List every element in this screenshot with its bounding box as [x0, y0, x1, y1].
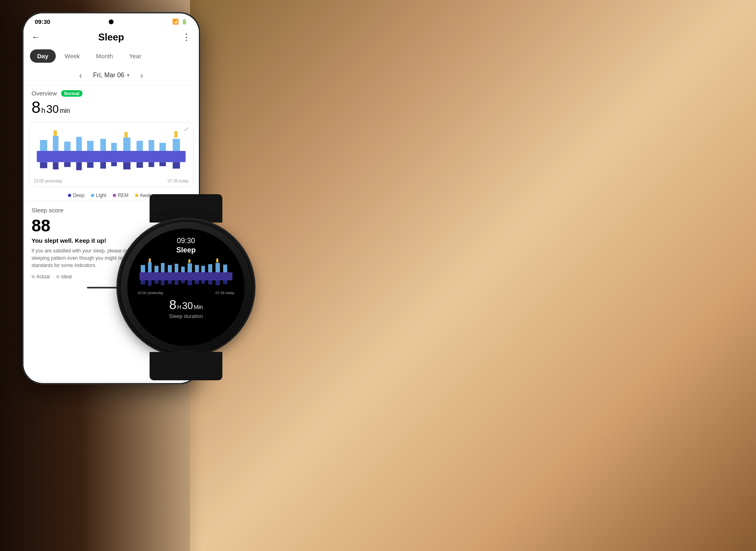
sleep-duration: 8 h 30 min: [32, 98, 191, 117]
watch-outer-shell: 09:30 Sleep: [121, 223, 251, 352]
svg-rect-30: [148, 262, 152, 272]
date-display: Fri, Mar 06 ▾: [93, 72, 129, 79]
score-legend-ideal-label: Ideal: [61, 274, 72, 280]
svg-rect-4: [76, 137, 82, 151]
overview-label-row: Overview Normal: [32, 90, 191, 97]
watch-face: 09:30 Sleep: [127, 229, 245, 346]
tab-bar: Day Week Month Year: [23, 47, 199, 65]
svg-rect-8: [123, 138, 131, 151]
tab-year[interactable]: Year: [122, 49, 148, 63]
next-date-button[interactable]: ›: [136, 69, 148, 81]
svg-rect-14: [125, 132, 128, 138]
sleep-h-label: h: [41, 106, 45, 115]
svg-rect-13: [54, 130, 57, 136]
svg-rect-32: [161, 263, 165, 272]
chart-time-end: 07:36 today: [168, 179, 189, 183]
tab-month[interactable]: Month: [89, 49, 120, 63]
legend-deep-dot: [68, 194, 71, 197]
svg-rect-45: [141, 280, 145, 284]
overview-section: Overview Normal 8 h 30 min: [23, 86, 199, 119]
score-legend-actual-label: Actual: [36, 274, 50, 280]
watch-band-top: [150, 194, 222, 223]
svg-rect-11: [159, 143, 166, 151]
watch-h-label: H: [177, 304, 181, 310]
watch-duration: 8 H 30 Min: [169, 297, 203, 312]
watch-min-label: Min: [194, 304, 203, 310]
tab-day[interactable]: Day: [30, 49, 56, 63]
svg-rect-43: [188, 259, 190, 263]
svg-rect-42: [149, 259, 151, 262]
watch-sub-title: Sleep duration: [169, 313, 203, 319]
svg-rect-52: [188, 280, 192, 285]
svg-rect-9: [137, 141, 143, 151]
band-stripes-top: [150, 194, 222, 223]
svg-rect-38: [201, 266, 205, 272]
watch-hours: 8: [169, 297, 176, 312]
svg-rect-54: [201, 280, 205, 284]
score-legend-ideal-dot: [56, 275, 59, 278]
watch-time: 09:30: [177, 237, 195, 245]
watch-title: Sleep: [176, 246, 196, 254]
svg-rect-57: [223, 280, 227, 284]
watch-time-row: 23:00 yesterday 07:36 today: [137, 291, 234, 295]
tab-week[interactable]: Week: [57, 49, 87, 63]
svg-rect-29: [141, 265, 145, 272]
status-time: 09:30: [35, 18, 50, 25]
expand-chart-button[interactable]: ⤢: [184, 126, 189, 132]
svg-rect-56: [215, 280, 220, 285]
overview-label: Overview: [32, 90, 57, 97]
legend-light: Light: [91, 193, 106, 198]
svg-rect-24: [137, 162, 143, 168]
svg-rect-26: [159, 162, 166, 166]
svg-rect-47: [154, 280, 158, 284]
background-warm: [190, 0, 756, 551]
svg-rect-21: [100, 162, 106, 169]
normal-badge: Normal: [61, 90, 83, 97]
svg-rect-18: [64, 162, 71, 167]
watch-band-bottom: [150, 352, 222, 380]
app-title: Sleep: [98, 32, 124, 43]
score-legend-ideal: Ideal: [56, 274, 72, 280]
svg-rect-55: [208, 280, 212, 284]
svg-rect-44: [216, 259, 218, 263]
sleep-hours: 8: [32, 98, 40, 117]
svg-rect-16: [40, 162, 47, 168]
band-stripes-bottom: [150, 352, 222, 380]
svg-rect-0: [37, 151, 186, 162]
legend-light-label: Light: [96, 193, 106, 198]
svg-rect-53: [195, 280, 199, 284]
svg-rect-19: [76, 162, 82, 170]
watch-mockup: 09:30 Sleep: [121, 194, 251, 380]
svg-rect-17: [53, 162, 59, 170]
app-header: ← Sleep ⋮: [23, 28, 199, 47]
svg-rect-2: [53, 136, 59, 151]
svg-rect-5: [87, 141, 93, 151]
svg-rect-40: [215, 263, 220, 272]
svg-rect-37: [195, 265, 199, 272]
legend-deep-label: Deep: [73, 193, 84, 198]
svg-rect-20: [87, 162, 93, 168]
prev-date-button[interactable]: ‹: [74, 69, 87, 81]
back-button[interactable]: ←: [32, 32, 40, 42]
battery-icon: 🔋: [181, 19, 188, 25]
svg-rect-3: [64, 142, 71, 151]
svg-rect-31: [154, 266, 158, 272]
svg-rect-48: [161, 280, 165, 285]
svg-rect-28: [139, 272, 232, 280]
sleep-chart: ⤢: [29, 122, 193, 187]
date-dropdown-icon[interactable]: ▾: [127, 72, 129, 78]
svg-rect-50: [175, 280, 178, 285]
svg-rect-23: [123, 162, 131, 170]
menu-button[interactable]: ⋮: [182, 32, 191, 42]
sleep-min-label: min: [59, 107, 70, 114]
svg-rect-10: [149, 140, 154, 151]
date-label: Fri, Mar 06: [93, 72, 124, 79]
svg-rect-33: [168, 265, 172, 272]
svg-rect-15: [174, 131, 177, 138]
svg-rect-6: [100, 139, 106, 151]
legend-deep: Deep: [68, 193, 84, 198]
svg-rect-39: [208, 264, 212, 272]
svg-rect-46: [148, 280, 152, 286]
svg-rect-51: [181, 280, 185, 283]
chart-time-start: 23:00 yesterday: [34, 179, 62, 183]
